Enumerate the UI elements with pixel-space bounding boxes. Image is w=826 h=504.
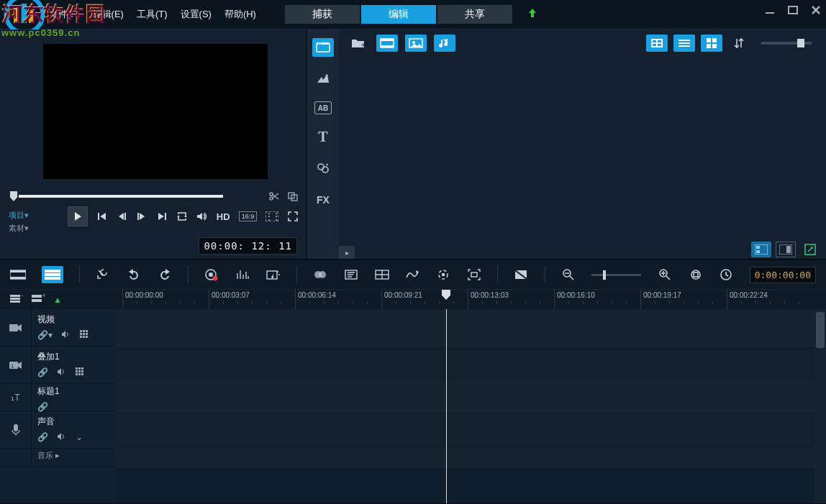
add-track-icon[interactable]: ▲ bbox=[53, 295, 62, 305]
fit-project-icon[interactable] bbox=[688, 266, 703, 283]
timeline-timecode[interactable]: 0:00:00:00 bbox=[750, 267, 816, 283]
mute-icon[interactable] bbox=[57, 432, 67, 443]
menu-tools[interactable]: 工具(T) bbox=[137, 8, 168, 21]
rail-graphics-icon[interactable] bbox=[312, 159, 334, 178]
zoom-in-icon[interactable] bbox=[657, 266, 672, 283]
view-thumb-icon[interactable] bbox=[646, 35, 668, 52]
track-head-voice[interactable]: 声音 🔗 ⌄ bbox=[0, 411, 115, 449]
auto-music-icon[interactable] bbox=[266, 266, 281, 283]
chevron-down-icon[interactable]: ⌄ bbox=[76, 432, 83, 443]
grid-toggle-icon[interactable] bbox=[76, 367, 84, 378]
track-head-video[interactable]: 视频 🔗▾ bbox=[0, 309, 115, 347]
link-icon[interactable]: 🔗 bbox=[37, 402, 48, 412]
label-project[interactable]: 项目▾ bbox=[9, 209, 29, 221]
vscroll-thumb[interactable] bbox=[816, 312, 825, 348]
hd-badge[interactable]: HD bbox=[217, 211, 230, 222]
go-start-icon[interactable] bbox=[96, 211, 108, 222]
preview-video[interactable] bbox=[43, 44, 268, 179]
rail-title-icon[interactable]: T bbox=[312, 127, 334, 146]
progress-bar[interactable] bbox=[19, 195, 223, 198]
motion-track-icon[interactable] bbox=[405, 266, 420, 283]
track-head-overlay[interactable]: 1 叠加1 🔗 bbox=[0, 347, 115, 384]
fullscreen-icon[interactable] bbox=[287, 211, 299, 222]
rail-transition-icon[interactable]: AB bbox=[314, 101, 332, 114]
preview-progress[interactable] bbox=[10, 189, 299, 203]
track-head-title[interactable]: ₁T 标题1 🔗 bbox=[0, 384, 115, 411]
step-fwd-icon[interactable] bbox=[136, 211, 148, 222]
transition-tool-icon[interactable] bbox=[313, 266, 328, 283]
label-clip[interactable]: 素材▾ bbox=[9, 221, 29, 234]
menu-help[interactable]: 帮助(H) bbox=[224, 8, 256, 21]
lane-voice[interactable] bbox=[115, 411, 826, 449]
undo-icon[interactable] bbox=[127, 266, 142, 283]
tools-icon[interactable] bbox=[96, 266, 111, 283]
menu-edit[interactable]: 编辑(E) bbox=[93, 8, 124, 21]
audio-mixer-icon[interactable] bbox=[235, 266, 250, 283]
filter-audio-icon[interactable] bbox=[434, 35, 455, 52]
mask-icon[interactable] bbox=[514, 266, 529, 283]
preview-timecode[interactable]: 00:00: 12: 11 bbox=[199, 237, 297, 255]
lane-overlay[interactable] bbox=[115, 347, 826, 384]
zoom-slider[interactable] bbox=[591, 274, 641, 276]
view-grid-icon[interactable] bbox=[701, 35, 722, 52]
sort-icon[interactable] bbox=[728, 35, 750, 52]
lane-title[interactable] bbox=[115, 384, 826, 411]
lane-music[interactable] bbox=[115, 449, 826, 467]
menu-file[interactable]: 文件(F) bbox=[49, 8, 80, 21]
track-lanes[interactable] bbox=[115, 309, 826, 503]
close-icon[interactable] bbox=[810, 4, 822, 16]
menu-settings[interactable]: 设置(S) bbox=[181, 8, 212, 21]
volume-icon[interactable] bbox=[196, 211, 208, 222]
mute-icon[interactable] bbox=[57, 367, 67, 378]
panel-options-icon[interactable] bbox=[776, 242, 796, 257]
tab-share[interactable]: 共享 bbox=[437, 5, 512, 24]
timeline-ruler[interactable]: 00:00:00:0000:00:03:0700:00:06:1400:00:0… bbox=[115, 290, 826, 309]
filter-photo-icon[interactable] bbox=[405, 35, 427, 52]
link-icon[interactable]: 🔗 bbox=[37, 432, 48, 443]
scissors-icon[interactable] bbox=[268, 191, 280, 202]
link-icon[interactable]: 🔗 bbox=[37, 367, 48, 378]
mute-icon[interactable] bbox=[61, 330, 71, 341]
rail-effects-icon[interactable] bbox=[312, 70, 334, 88]
play-button[interactable] bbox=[68, 206, 88, 226]
track-height-minus-icon[interactable]: - bbox=[10, 293, 23, 306]
step-back-icon[interactable] bbox=[116, 211, 127, 222]
track-height-plus-icon[interactable]: + bbox=[32, 293, 45, 306]
storyboard-view-icon[interactable] bbox=[10, 266, 26, 283]
rotate-icon[interactable] bbox=[436, 266, 451, 283]
tab-capture[interactable]: 捕获 bbox=[285, 5, 360, 24]
track-head-music[interactable]: 音乐 ▸ bbox=[0, 449, 115, 467]
link-icon[interactable]: 🔗▾ bbox=[37, 330, 53, 341]
redo-icon[interactable] bbox=[157, 266, 172, 283]
go-end-icon[interactable] bbox=[156, 211, 168, 222]
thumbnail-size-slider[interactable] bbox=[761, 42, 812, 45]
tab-edit[interactable]: 编辑 bbox=[361, 5, 436, 24]
record-icon[interactable] bbox=[204, 266, 219, 283]
loop-icon[interactable] bbox=[176, 211, 188, 222]
timeline-view-icon[interactable] bbox=[42, 266, 63, 283]
progress-knob-icon[interactable] bbox=[10, 191, 17, 201]
add-folder-icon[interactable]: + bbox=[348, 35, 369, 52]
maximize-icon[interactable] bbox=[787, 4, 799, 16]
aspect-ratio-badge[interactable]: 16:9 bbox=[239, 211, 258, 221]
zoom-out-icon[interactable] bbox=[561, 266, 576, 283]
split-screen-icon[interactable] bbox=[374, 266, 389, 283]
filter-video-icon[interactable] bbox=[376, 35, 398, 52]
grid-toggle-icon[interactable] bbox=[80, 330, 88, 341]
vertical-scrollbar[interactable] bbox=[814, 309, 826, 503]
title-tool-icon[interactable] bbox=[344, 266, 359, 283]
marquee-icon[interactable] bbox=[266, 211, 278, 221]
playhead-icon[interactable] bbox=[442, 290, 450, 300]
rail-media-icon[interactable] bbox=[312, 38, 334, 57]
library-expand-icon[interactable]: ▸ bbox=[339, 246, 355, 259]
pan-zoom-icon[interactable] bbox=[466, 266, 481, 283]
panel-library-icon[interactable] bbox=[751, 242, 771, 257]
lane-video[interactable] bbox=[115, 309, 826, 347]
view-list-icon[interactable] bbox=[673, 35, 695, 52]
upload-icon[interactable] bbox=[527, 7, 538, 22]
minimize-icon[interactable] bbox=[764, 4, 776, 16]
project-duration-icon[interactable] bbox=[719, 266, 734, 283]
split-clip-icon[interactable] bbox=[287, 191, 299, 202]
panel-edit-icon[interactable] bbox=[800, 242, 820, 257]
rail-fx-icon[interactable]: FX bbox=[312, 191, 334, 209]
